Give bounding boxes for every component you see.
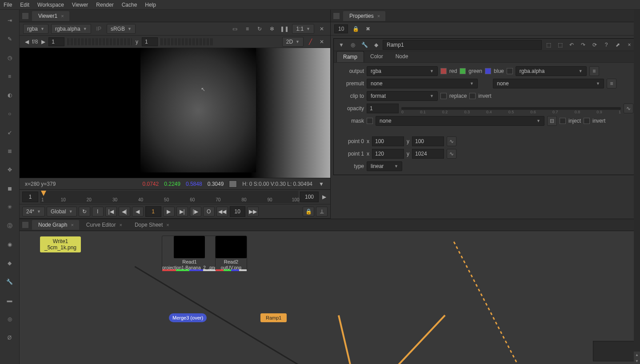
gain-slider[interactable]: [66, 38, 132, 45]
clipto-dropdown[interactable]: format▼: [367, 91, 438, 101]
current-frame[interactable]: 1: [145, 206, 161, 217]
tool-arrow-icon[interactable]: ↙: [4, 126, 16, 139]
tool-clock-icon[interactable]: ◷: [4, 52, 16, 64]
tab-viewer1[interactable]: Viewer1 ×: [32, 11, 69, 21]
green-checkbox[interactable]: [460, 68, 466, 74]
wrench-icon[interactable]: 🔧: [360, 40, 369, 50]
tool-tag-icon[interactable]: ◆: [4, 257, 16, 269]
out-point-button[interactable]: O: [203, 207, 215, 216]
close-icon[interactable]: ×: [71, 222, 73, 228]
invert2-checkbox[interactable]: [584, 118, 590, 124]
minimap[interactable]: [593, 341, 637, 361]
tool-d-icon[interactable]: Ⓓ: [4, 220, 16, 232]
tool-fire-icon[interactable]: ◎: [4, 313, 16, 325]
tab-properties[interactable]: Properties ×: [343, 11, 385, 21]
ext-icon2[interactable]: ⬚: [555, 40, 565, 50]
type-dropdown[interactable]: linear▼: [367, 161, 402, 171]
zoom-dropdown[interactable]: 1:1▼: [292, 24, 314, 34]
viewer-canvas[interactable]: ↖: [20, 48, 330, 178]
tool-list-icon[interactable]: ≡: [4, 70, 16, 83]
tab-node[interactable]: Node: [389, 51, 415, 62]
in-point-button[interactable]: I: [92, 207, 104, 216]
playhead-icon[interactable]: [41, 191, 46, 196]
tool-pie-icon[interactable]: ◐: [4, 89, 16, 101]
last-frame-button[interactable]: |▶: [190, 207, 201, 216]
hide-icon[interactable]: ✕: [317, 24, 327, 34]
mask-checkbox[interactable]: [367, 118, 373, 124]
fstop-up-icon[interactable]: ▶: [40, 38, 47, 45]
premult-alpha-dropdown[interactable]: none▼: [493, 79, 604, 88]
node-icon[interactable]: ◆: [371, 40, 381, 50]
anim-icon[interactable]: ∿: [447, 149, 456, 159]
close-panel-icon[interactable]: ×: [624, 40, 634, 50]
close-icon[interactable]: ×: [166, 222, 169, 228]
step-fwd-button[interactable]: ▶|: [176, 207, 188, 216]
invert-checkbox[interactable]: [469, 93, 476, 99]
center-icon[interactable]: ◎: [348, 40, 358, 50]
gear-icon[interactable]: ✻: [267, 24, 277, 34]
float-icon[interactable]: ⬈: [613, 40, 623, 50]
node-merge3[interactable]: Merge3 (over): [169, 313, 207, 322]
pause-icon[interactable]: ❚❚: [280, 24, 289, 34]
node-graph[interactable]: Write1 _5cm_1k.png Read1 projection1-Ban…: [20, 231, 640, 364]
close-icon[interactable]: ×: [120, 222, 122, 228]
gamma-input[interactable]: 1: [48, 37, 64, 46]
revert-icon[interactable]: ⟳: [590, 40, 600, 50]
roi-icon[interactable]: ╱: [305, 37, 315, 47]
tool-folder-icon[interactable]: ▬: [4, 294, 16, 307]
scroll-up-icon[interactable]: ▲: [634, 352, 640, 358]
inject-checkbox[interactable]: [560, 118, 566, 124]
menu-viewer[interactable]: Viewer: [72, 2, 88, 8]
tool-move-icon[interactable]: ✥: [4, 164, 16, 176]
y-input[interactable]: 1: [142, 37, 158, 46]
timeline-ruler[interactable]: 1 10 20 30 40 50 60 70 80 90 100: [40, 191, 298, 203]
fps-dropdown[interactable]: 24*▼: [22, 207, 45, 216]
tab-dopesheet[interactable]: Dope Sheet×: [128, 220, 175, 230]
replace-checkbox[interactable]: [440, 93, 447, 99]
layer-dropdown[interactable]: rgba.alpha▼: [51, 24, 91, 34]
anim-icon[interactable]: ∿: [447, 136, 456, 146]
vertical-scrollbar[interactable]: ▲ ▼: [634, 10, 640, 364]
colorspace-dropdown[interactable]: sRGB▼: [107, 24, 136, 34]
tool-check-icon[interactable]: Ø: [4, 332, 16, 344]
point1-y-input[interactable]: 1024: [412, 149, 444, 159]
node-read1[interactable]: Read1 projection1-Banana_2_.png: [162, 236, 217, 271]
info-collapse-icon[interactable]: ▼: [318, 180, 325, 188]
link-icon[interactable]: ≡: [589, 66, 599, 76]
point1-x-input[interactable]: 120: [372, 149, 404, 159]
pane-grip-icon[interactable]: [22, 13, 28, 19]
menu-render[interactable]: Render: [96, 2, 113, 8]
link-icon[interactable]: ≡: [607, 79, 616, 88]
tool-layers-icon[interactable]: ≣: [4, 145, 16, 157]
skip-frames[interactable]: 10: [230, 206, 245, 217]
point0-y-input[interactable]: 100: [412, 136, 444, 146]
play-back-button[interactable]: ◀: [132, 207, 144, 216]
tab-curveeditor[interactable]: Curve Editor×: [80, 220, 128, 230]
menu-workspace[interactable]: Workspace: [37, 2, 64, 8]
redo-icon[interactable]: ↷: [578, 40, 588, 50]
ffwd-button[interactable]: ▶▶: [247, 207, 259, 216]
fstop-down-icon[interactable]: ◀: [23, 38, 30, 45]
premult-dropdown[interactable]: none▼: [367, 79, 478, 88]
output-dropdown[interactable]: rgba▼: [367, 66, 438, 76]
anim-icon[interactable]: ∿: [624, 104, 633, 113]
refresh-icon[interactable]: ↻: [255, 24, 264, 34]
channel-dropdown[interactable]: rgba▼: [23, 24, 48, 34]
timeline-end[interactable]: 100: [300, 192, 319, 202]
tool-eye-icon[interactable]: ◉: [4, 238, 16, 251]
node-read2[interactable]: Read2 outUV.png: [215, 236, 247, 271]
undo-icon[interactable]: ↶: [567, 40, 576, 50]
scroll-down-icon[interactable]: ▼: [634, 358, 640, 364]
tool-star-icon[interactable]: ✳: [4, 201, 16, 213]
point0-x-input[interactable]: 100: [372, 136, 404, 146]
menu-file[interactable]: File: [4, 2, 12, 8]
tool-import-icon[interactable]: ⇥: [4, 14, 16, 27]
ext-icon1[interactable]: ⬚: [544, 40, 553, 50]
tab-ramp[interactable]: Ramp: [336, 51, 364, 62]
pane-grip-icon[interactable]: [333, 13, 340, 19]
first-frame-button[interactable]: |◀: [105, 207, 117, 216]
timeline-expand-icon[interactable]: ▶: [320, 193, 328, 200]
menu-edit[interactable]: Edit: [20, 2, 29, 8]
wipe-icon[interactable]: ≡: [242, 24, 252, 34]
tab-color[interactable]: Color: [364, 51, 389, 62]
